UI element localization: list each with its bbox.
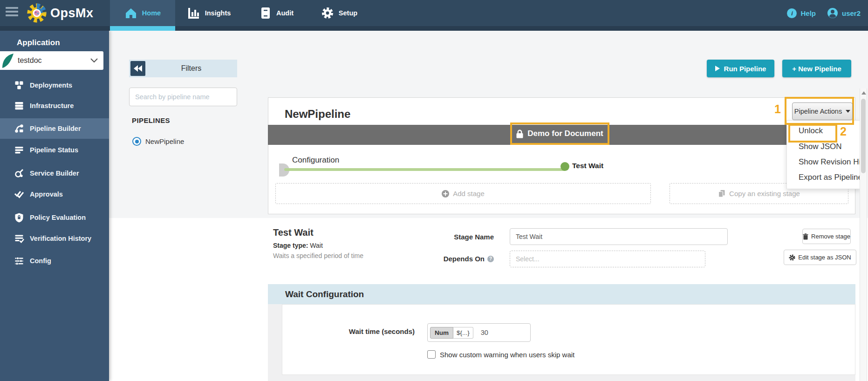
home-icon <box>124 7 137 20</box>
hamburger-menu-icon[interactable] <box>6 7 20 19</box>
user-label: user2 <box>842 9 861 17</box>
active-tab-underline <box>110 26 175 31</box>
num-toggle-button[interactable]: Num <box>430 327 453 339</box>
sidebar-item-label: Verification History <box>30 235 91 242</box>
application-section-label: Application <box>17 38 60 48</box>
sidebar-item-infrastructure[interactable]: Infrastructure <box>0 96 109 115</box>
tab-insights[interactable]: Insights <box>175 0 243 26</box>
sidebar-item-config[interactable]: Config <box>0 252 109 270</box>
sidebar-item-pipeline-status[interactable]: Pipeline Status <box>0 141 109 159</box>
help-info-icon: i <box>787 8 797 18</box>
run-pipeline-button[interactable]: Run Pipeline <box>707 60 774 77</box>
annotation-number-2: 2 <box>840 125 847 138</box>
copy-icon <box>718 190 725 197</box>
depends-on-label-row: Depends On ? <box>409 255 494 263</box>
sidebar-item-approvals[interactable]: Approvals <box>0 185 109 204</box>
stage-type-label: Stage type: <box>273 242 308 249</box>
setup-gear-icon <box>321 7 334 20</box>
infrastructure-icon <box>14 101 24 111</box>
pipeline-graph-edge <box>284 168 566 171</box>
wait-time-input[interactable] <box>480 328 524 337</box>
search-input[interactable] <box>129 88 237 106</box>
vertical-scrollbar[interactable] <box>860 88 867 381</box>
lock-badge-highlight[interactable]: Demo for Document <box>510 122 609 145</box>
sidebar-item-label: Config <box>30 257 51 265</box>
add-stage-label: Add stage <box>453 190 485 197</box>
pipeline-list-item-label: NewPipeline <box>145 137 184 145</box>
help-button[interactable]: i Help <box>787 8 816 18</box>
add-stage-button[interactable]: Add stage <box>275 183 651 204</box>
stage-name-field <box>510 228 728 245</box>
depends-on-placeholder: Select... <box>516 255 540 263</box>
play-icon <box>715 66 720 71</box>
rewind-collapse-icon <box>134 65 142 72</box>
annotation-number-1: 1 <box>774 102 781 116</box>
filters-panel-header: Filters <box>129 60 237 77</box>
lock-icon <box>516 129 523 138</box>
depends-on-label: Depends On <box>444 255 485 263</box>
wait-config-bottom-gutter <box>268 375 855 381</box>
tab-audit[interactable]: Audit <box>243 0 310 26</box>
scrollbar-thumb[interactable] <box>861 99 866 173</box>
expression-toggle-button[interactable]: ${...} <box>453 327 473 339</box>
remove-stage-label: Remove stage <box>811 233 850 240</box>
chevron-down-icon <box>90 58 98 63</box>
edit-stage-as-json-button[interactable]: Edit stage as JSON <box>784 250 856 265</box>
tab-home[interactable]: Home <box>110 0 175 26</box>
approvals-double-check-icon <box>14 189 24 199</box>
depends-on-select[interactable]: Select... <box>510 251 705 267</box>
wait-time-field-group: Num ${...} <box>427 323 531 342</box>
scrollbar-up-arrow[interactable] <box>861 91 866 95</box>
pipeline-status-icon <box>14 145 24 155</box>
tab-audit-label: Audit <box>276 9 294 17</box>
tab-setup[interactable]: Setup <box>310 0 368 26</box>
skip-wait-warning-row: Show custom warning when users skip wait <box>427 350 574 359</box>
config-sliders-icon <box>14 256 24 266</box>
help-question-icon[interactable]: ? <box>487 256 494 262</box>
menu-item-show-revision-history[interactable]: Show Revision His <box>799 157 860 167</box>
filters-title: Filters <box>145 64 237 73</box>
sidebar-item-deployments[interactable]: Deployments <box>0 76 109 95</box>
pipeline-title: NewPipeline <box>285 108 350 121</box>
pipeline-list-item[interactable]: NewPipeline <box>132 137 184 146</box>
new-pipeline-button[interactable]: + New Pipeline <box>782 60 851 77</box>
stage-name-input[interactable] <box>510 228 728 245</box>
wait-time-label: Wait time (seconds) <box>326 327 415 335</box>
trash-icon <box>803 233 808 240</box>
verification-history-icon <box>14 233 24 244</box>
sidebar-item-label: Infrastructure <box>30 102 74 109</box>
user-avatar-icon <box>827 7 838 19</box>
opsmx-pipeline-builder-screen: OpsMx Home Insights Audit <box>0 0 868 381</box>
application-selector[interactable]: testdoc <box>0 51 103 70</box>
test-wait-node[interactable] <box>560 162 569 171</box>
sidebar-item-policy-evaluation[interactable]: Policy Evaluation <box>0 208 109 227</box>
remove-stage-button[interactable]: Remove stage <box>802 229 851 244</box>
pipeline-actions-button[interactable]: Pipeline Actions <box>792 102 853 120</box>
configuration-node-label[interactable]: Configuration <box>292 156 339 165</box>
wait-configuration-body <box>282 304 855 375</box>
skip-wait-warning-checkbox[interactable] <box>427 350 436 359</box>
test-wait-node-label[interactable]: Test Wait <box>572 162 603 170</box>
pipeline-radio-selected[interactable] <box>132 137 141 146</box>
sidebar-item-label: Pipeline Status <box>30 146 78 154</box>
plus-circle-icon <box>442 190 449 197</box>
navbar-right-group: i Help user2 <box>787 0 861 26</box>
menu-item-unlock[interactable]: Unlock <box>799 126 823 136</box>
sidebar-item-label: Pipeline Builder <box>30 125 81 132</box>
stage-name-label: Stage Name <box>417 233 494 241</box>
tab-setup-label: Setup <box>339 9 357 17</box>
audit-icon <box>260 7 272 20</box>
menu-item-show-json[interactable]: Show JSON <box>799 142 842 151</box>
sidebar-item-label: Service Builder <box>30 170 79 177</box>
application-selector-value: testdoc <box>18 56 42 65</box>
tab-home-label: Home <box>142 9 161 17</box>
sidebar-item-verification-history[interactable]: Verification History <box>0 229 109 248</box>
collapse-filters-button[interactable] <box>130 61 145 76</box>
user-menu[interactable]: user2 <box>827 7 861 19</box>
skip-wait-warning-label: Show custom warning when users skip wait <box>440 351 574 359</box>
top-navbar: OpsMx Home Insights Audit <box>0 0 868 26</box>
menu-item-export-as-pipeline[interactable]: Export as Pipeline <box>799 173 860 182</box>
sidebar-item-service-builder[interactable]: Service Builder <box>0 164 109 183</box>
sidebar-item-pipeline-builder[interactable]: Pipeline Builder <box>0 118 109 139</box>
policy-evaluation-shield-icon <box>14 212 24 223</box>
